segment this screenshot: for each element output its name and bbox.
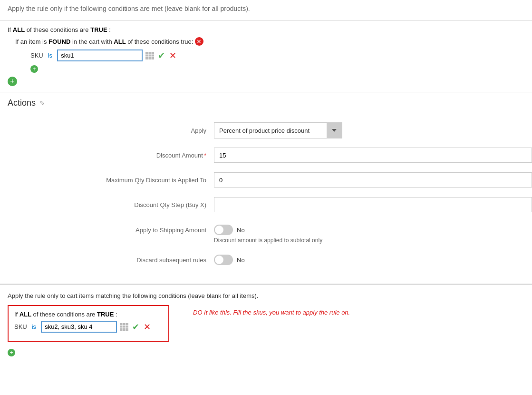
apply-shipping-value: No	[237, 227, 245, 234]
discard-rules-control: No	[214, 255, 532, 265]
apply-shipping-control: No Discount amount is applied to subtota…	[214, 225, 532, 244]
apply-shipping-label: Apply to Shipping Amount	[0, 225, 214, 234]
discount-qty-step-input[interactable]	[214, 197, 532, 212]
max-qty-label: Maximum Qty Discount is Applied To	[0, 177, 214, 184]
sku-label: SKU	[30, 52, 43, 59]
all-keyword[interactable]: ALL	[13, 26, 25, 33]
discount-qty-step-label: Discount Qty Step (Buy X)	[0, 201, 214, 208]
bottom-all-keyword[interactable]: ALL	[19, 311, 33, 318]
bottom-conditions-box: If ALL of these conditions are TRUE : SK…	[8, 305, 169, 342]
table-icon[interactable]	[145, 51, 154, 60]
bottom-is-label: is	[32, 323, 36, 330]
apply-dropdown-arrow[interactable]	[327, 123, 342, 138]
max-qty-input[interactable]	[214, 172, 532, 188]
discount-amount-label: Discount Amount*	[0, 152, 214, 159]
remove-nested-button[interactable]: ✕	[195, 37, 203, 46]
apply-select[interactable]: Percent of product price discount	[214, 122, 342, 138]
cancel-icon[interactable]: ✕	[168, 51, 177, 60]
sku-input[interactable]	[57, 49, 143, 61]
apply-shipping-row: Apply to Shipping Amount No Discount amo…	[0, 221, 532, 244]
discount-qty-step-control	[214, 197, 532, 212]
hint-text: DO It like this. Fill the skus, you want…	[193, 305, 350, 316]
apply-shipping-hint: Discount amount is applied to subtotal o…	[214, 237, 532, 244]
max-qty-control	[214, 172, 532, 188]
is-label: is	[48, 52, 52, 59]
bottom-table-icon[interactable]	[120, 323, 128, 331]
if-label: If	[8, 26, 11, 33]
bottom-cancel-icon[interactable]: ✕	[143, 323, 151, 331]
svg-rect-0	[145, 52, 154, 59]
apply-select-text: Percent of product price discount	[214, 124, 327, 137]
conditions-text: of these conditions are	[27, 26, 90, 33]
discount-qty-step-row: Discount Qty Step (Buy X)	[0, 196, 532, 213]
discard-rules-value: No	[237, 257, 245, 264]
nested-all-keyword[interactable]: ALL	[114, 38, 126, 45]
discard-rules-label: Discard subsequent rules	[0, 257, 214, 264]
actions-title: Actions	[8, 98, 36, 108]
apply-control: Percent of product price discount	[214, 122, 532, 138]
add-condition-button[interactable]: +	[30, 65, 38, 73]
svg-rect-5	[120, 323, 128, 331]
apply-row: Apply Percent of product price discount	[0, 122, 532, 139]
apply-shipping-toggle[interactable]	[214, 225, 233, 235]
discount-amount-row: Discount Amount*	[0, 147, 532, 164]
bottom-true-keyword[interactable]: TRUE	[97, 311, 114, 318]
bottom-sku-label: SKU	[14, 323, 27, 330]
nested-if-label: If an item is	[15, 38, 48, 45]
bottom-confirm-icon[interactable]: ✔	[131, 323, 140, 331]
add-outer-condition-button[interactable]: +	[8, 77, 17, 86]
bottom-sku-input[interactable]	[41, 321, 117, 333]
true-keyword[interactable]: TRUE	[90, 26, 107, 33]
bottom-conditions-text: of these conditions are	[33, 311, 97, 318]
bottom-rule-text: Apply the rule only to cart items matchi…	[8, 292, 524, 299]
apply-label: Apply	[0, 127, 214, 134]
nested-conditions-text: of these conditions true:	[127, 38, 195, 45]
edit-icon[interactable]: ✎	[39, 99, 45, 107]
discount-amount-input[interactable]	[214, 148, 532, 163]
actions-header: Actions ✎	[0, 92, 532, 114]
bottom-add-button[interactable]: +	[8, 349, 15, 356]
top-rule-text: Apply the rule only if the following con…	[0, 0, 532, 20]
confirm-icon[interactable]: ✔	[157, 51, 165, 60]
max-qty-row: Maximum Qty Discount is Applied To	[0, 171, 532, 188]
discard-rules-toggle[interactable]	[214, 255, 233, 265]
discard-rules-row: Discard subsequent rules No	[0, 251, 532, 268]
bottom-if-label: If	[14, 311, 18, 318]
discount-amount-control	[214, 148, 532, 163]
found-keyword[interactable]: FOUND	[48, 38, 70, 45]
in-cart-text: in the cart with	[72, 38, 114, 45]
colon: :	[109, 26, 111, 33]
